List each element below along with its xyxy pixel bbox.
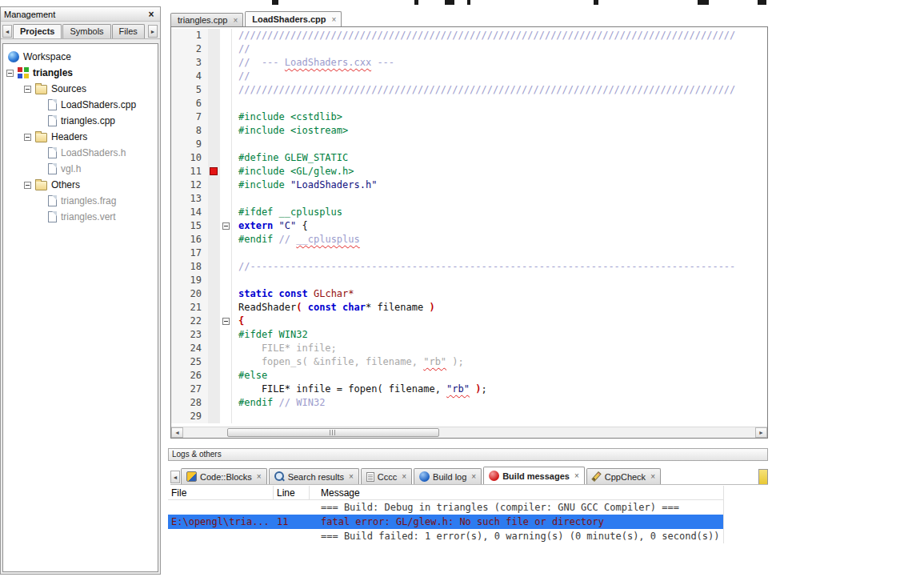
editor-tab-loadshaders-cpp[interactable]: LoadShaders.cpp×: [245, 11, 342, 26]
toolbar-fragment: [594, 0, 598, 5]
horizontal-scrollbar[interactable]: ◄ ►: [171, 427, 767, 438]
fold-margin: [220, 355, 232, 369]
code-line-13: 13: [171, 192, 767, 206]
fold-margin: [220, 219, 232, 233]
tab-close-icon[interactable]: ×: [471, 472, 476, 481]
scroll-left-icon[interactable]: ◄: [171, 427, 183, 438]
breakpoint-margin[interactable]: [208, 97, 220, 110]
breakpoint-margin[interactable]: [208, 29, 220, 42]
tab-close-icon[interactable]: ×: [257, 472, 262, 481]
breakpoint-margin[interactable]: [208, 42, 220, 56]
tab-close-icon[interactable]: ×: [650, 472, 655, 481]
scrollbar-thumb[interactable]: [227, 428, 439, 437]
tree-item-triangles[interactable]: triangles: [3, 65, 158, 81]
scroll-right-icon[interactable]: ►: [755, 427, 767, 438]
breakpoint-margin[interactable]: [208, 165, 220, 178]
logs-tab-build-log[interactable]: Build log×: [414, 468, 482, 484]
scroll-tabs-left-icon[interactable]: ◄: [170, 471, 180, 483]
code-line-26: 26#else: [171, 369, 767, 383]
tree-item-workspace[interactable]: Workspace: [3, 49, 158, 65]
breakpoint-margin[interactable]: [208, 233, 220, 246]
tree-item-loadshaders-cpp[interactable]: LoadShaders.cpp: [3, 97, 158, 113]
breakpoint-margin[interactable]: [208, 246, 220, 260]
line-number: 11: [171, 165, 208, 178]
breakpoint-margin[interactable]: [208, 56, 220, 70]
breakpoint-margin[interactable]: [208, 396, 220, 410]
management-tab-projects[interactable]: Projects: [13, 24, 62, 38]
logs-tab-code-blocks[interactable]: Code::Blocks×: [181, 468, 267, 484]
breakpoint-margin[interactable]: [208, 83, 220, 97]
logs-tab-search-results[interactable]: Search results×: [269, 468, 359, 484]
breakpoint-margin[interactable]: [208, 342, 220, 355]
management-titlebar[interactable]: Management ×: [1, 7, 160, 22]
breakpoint-icon[interactable]: [210, 167, 218, 175]
management-tab-files[interactable]: Files: [112, 24, 145, 38]
fold-collapse-icon[interactable]: [222, 318, 230, 325]
logs-tab-cppcheck[interactable]: CppCheck×: [586, 468, 661, 484]
code-line-14: 14#ifdef __cplusplus: [171, 206, 767, 219]
tab-close-icon[interactable]: ×: [349, 472, 354, 481]
tree-item-sources[interactable]: Sources: [3, 81, 158, 97]
line-number: 4: [171, 70, 208, 83]
breakpoint-margin[interactable]: [208, 383, 220, 396]
tab-close-icon[interactable]: ×: [402, 472, 406, 481]
breakpoint-margin[interactable]: [208, 138, 220, 151]
breakpoint-margin[interactable]: [208, 274, 220, 287]
breakpoint-margin[interactable]: [208, 192, 220, 206]
breakpoint-margin[interactable]: [208, 315, 220, 328]
expander-icon[interactable]: [24, 86, 31, 93]
tab-close-icon[interactable]: ×: [574, 471, 579, 480]
breakpoint-margin[interactable]: [208, 260, 220, 274]
tree-item-headers[interactable]: Headers: [3, 129, 158, 145]
breakpoint-margin[interactable]: [208, 410, 220, 423]
breakpoint-margin[interactable]: [208, 355, 220, 369]
column-header-line[interactable]: Line: [274, 486, 310, 499]
breakpoint-margin[interactable]: [208, 328, 220, 342]
table-rows: === Build: Debug in triangles (compiler:…: [168, 500, 724, 543]
breakpoint-margin[interactable]: [208, 206, 220, 219]
breakpoint-margin[interactable]: [208, 178, 220, 192]
fold-collapse-icon[interactable]: [222, 222, 230, 230]
column-header-message[interactable]: Message: [310, 486, 724, 499]
scrollbar-track[interactable]: [183, 427, 755, 438]
scroll-tabs-left-icon[interactable]: ◄: [2, 25, 12, 38]
breakpoint-margin[interactable]: [208, 369, 220, 383]
tree-item-others[interactable]: Others: [3, 177, 158, 193]
tree-item-vgl-h[interactable]: vgl.h: [3, 161, 158, 177]
breakpoint-margin[interactable]: [208, 70, 220, 83]
partial-tab[interactable]: [758, 469, 768, 484]
editor-tab-label: triangles.cpp: [178, 15, 227, 25]
tab-close-icon[interactable]: ×: [332, 15, 337, 24]
tree-item-triangles-cpp[interactable]: triangles.cpp: [3, 113, 158, 129]
tree-item-loadshaders-h[interactable]: LoadShaders.h: [3, 145, 158, 161]
column-header-file[interactable]: File: [168, 486, 274, 499]
code-line-4: 4//: [171, 70, 767, 83]
tree-item-triangles-frag[interactable]: triangles.frag: [3, 193, 158, 209]
tree-item-triangles-vert[interactable]: triangles.vert: [3, 209, 158, 225]
tab-close-icon[interactable]: ×: [233, 16, 238, 25]
management-tab-symbols[interactable]: Symbols: [62, 24, 110, 38]
build-message-row[interactable]: E:\opengl\tria...11fatal error: GL/glew.…: [168, 515, 723, 529]
breakpoint-margin[interactable]: [208, 110, 220, 124]
expander-icon[interactable]: [24, 182, 31, 189]
expander-icon[interactable]: [24, 134, 31, 141]
breakpoint-margin[interactable]: [208, 301, 220, 315]
fold-margin: [220, 138, 232, 151]
breakpoint-margin[interactable]: [208, 124, 220, 138]
editor-tab-triangles-cpp[interactable]: triangles.cpp×: [170, 13, 243, 26]
logs-tab-cccc[interactable]: Cccc×: [361, 468, 412, 484]
scroll-tabs-right-icon[interactable]: ►: [148, 25, 158, 38]
build-message-row[interactable]: === Build failed: 1 error(s), 0 warning(…: [168, 529, 723, 543]
build-message-row[interactable]: === Build: Debug in triangles (compiler:…: [168, 500, 723, 515]
project-icon: [18, 67, 29, 78]
breakpoint-margin[interactable]: [208, 219, 220, 233]
breakpoint-margin[interactable]: [208, 151, 220, 165]
code-area[interactable]: 1///////////////////////////////////////…: [171, 27, 767, 427]
logs-tab-build-messages[interactable]: Build messages×: [483, 467, 585, 484]
code-text: //--------------------------------------…: [232, 260, 735, 274]
breakpoint-margin[interactable]: [208, 287, 220, 301]
expander-icon[interactable]: [6, 70, 14, 77]
cell-message: === Build failed: 1 error(s), 0 warning(…: [310, 531, 724, 542]
logs-caption[interactable]: Logs & others: [168, 448, 768, 461]
close-panel-icon[interactable]: ×: [146, 9, 157, 20]
